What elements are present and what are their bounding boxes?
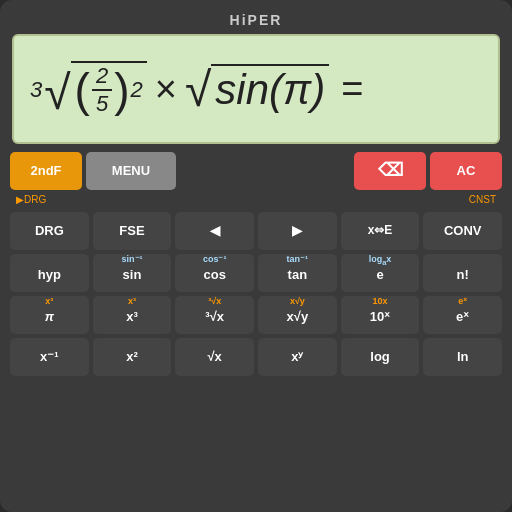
- display-expression: 3 √ ( 2 5 ) 2 × √ sin(π) =: [30, 61, 363, 118]
- 2ndf-button[interactable]: 2ndF: [10, 152, 82, 190]
- sqrt-button[interactable]: √x: [175, 338, 254, 376]
- row2: hyp sin⁻¹ sin cos⁻¹ cos tan⁻¹ tan logax …: [10, 254, 502, 292]
- buttons-area: 2ndF MENU ⌫ AC ▶DRG CNST DRG FSE: [8, 152, 504, 376]
- ex-button[interactable]: eˣ eˣ: [423, 296, 502, 334]
- ln-button[interactable]: ln: [423, 338, 502, 376]
- row1: DRG FSE ◀ ▶ x⇔E CONV: [10, 212, 502, 250]
- cnst-indicator: CNST: [469, 194, 496, 208]
- radical-index: 3: [30, 77, 42, 103]
- e-button[interactable]: logax e: [341, 254, 420, 292]
- hyp-button[interactable]: hyp: [10, 254, 89, 292]
- cos-button[interactable]: cos⁻¹ cos: [175, 254, 254, 292]
- cbrt-button[interactable]: ³√x ³√x: [175, 296, 254, 334]
- xrooty-button[interactable]: x√y x√y: [258, 296, 337, 334]
- nfact-button[interactable]: n!: [423, 254, 502, 292]
- xe-button[interactable]: x⇔E: [341, 212, 420, 250]
- xinv-button[interactable]: x⁻¹: [10, 338, 89, 376]
- indicator-row: ▶DRG CNST: [10, 194, 502, 208]
- right-arrow-button[interactable]: ▶: [258, 212, 337, 250]
- backspace-button[interactable]: ⌫: [354, 152, 426, 190]
- special-row: 2ndF MENU ⌫ AC: [10, 152, 502, 190]
- drg-indicator: ▶DRG: [16, 194, 46, 208]
- ac-button[interactable]: AC: [430, 152, 502, 190]
- 10x-button[interactable]: 10x 10ˣ: [341, 296, 420, 334]
- row4: x⁻¹ x² √x xʸ log ln: [10, 338, 502, 376]
- log-button[interactable]: log: [341, 338, 420, 376]
- sin-button[interactable]: sin⁻¹ sin: [93, 254, 172, 292]
- drg-button[interactable]: DRG: [10, 212, 89, 250]
- x3-button[interactable]: x³ x³: [93, 296, 172, 334]
- menu-button[interactable]: MENU: [86, 152, 176, 190]
- row3: x³ π x³ x³ ³√x ³√x x√y x√y 10x 10ˣ eˣ eˣ: [10, 296, 502, 334]
- tan-button[interactable]: tan⁻¹ tan: [258, 254, 337, 292]
- x2-button[interactable]: x²: [93, 338, 172, 376]
- app-title: HiPER: [8, 8, 504, 34]
- conv-button[interactable]: CONV: [423, 212, 502, 250]
- xy-button[interactable]: xʸ: [258, 338, 337, 376]
- display-screen: 3 √ ( 2 5 ) 2 × √ sin(π) =: [12, 34, 500, 144]
- left-arrow-button[interactable]: ◀: [175, 212, 254, 250]
- fse-button[interactable]: FSE: [93, 212, 172, 250]
- pi-button[interactable]: x³ π: [10, 296, 89, 334]
- calculator: HiPER 3 √ ( 2 5 ) 2 × √: [0, 0, 512, 512]
